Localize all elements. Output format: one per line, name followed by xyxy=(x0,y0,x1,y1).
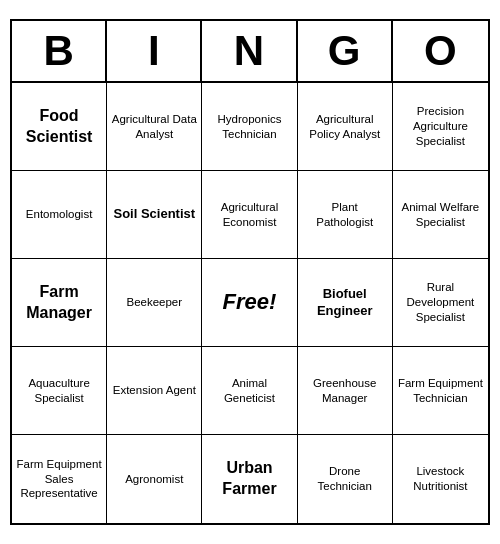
bingo-cell-21[interactable]: Agronomist xyxy=(107,435,202,523)
bingo-cell-24[interactable]: Livestock Nutritionist xyxy=(393,435,488,523)
bingo-cell-17[interactable]: Animal Geneticist xyxy=(202,347,297,435)
bingo-cell-6[interactable]: Soil Scientist xyxy=(107,171,202,259)
bingo-card: BINGO Food ScientistAgricultural Data An… xyxy=(10,19,490,525)
bingo-cell-9[interactable]: Animal Welfare Specialist xyxy=(393,171,488,259)
bingo-cell-12[interactable]: Free! xyxy=(202,259,297,347)
bingo-cell-8[interactable]: Plant Pathologist xyxy=(298,171,393,259)
bingo-cell-19[interactable]: Farm Equipment Technician xyxy=(393,347,488,435)
bingo-cell-23[interactable]: Drone Technician xyxy=(298,435,393,523)
bingo-cell-13[interactable]: Biofuel Engineer xyxy=(298,259,393,347)
bingo-cell-1[interactable]: Agricultural Data Analyst xyxy=(107,83,202,171)
bingo-cell-3[interactable]: Agricultural Policy Analyst xyxy=(298,83,393,171)
bingo-cell-16[interactable]: Extension Agent xyxy=(107,347,202,435)
bingo-letter-g: G xyxy=(298,21,393,81)
bingo-cell-4[interactable]: Precision Agriculture Specialist xyxy=(393,83,488,171)
bingo-letter-b: B xyxy=(12,21,107,81)
bingo-cell-20[interactable]: Farm Equipment Sales Representative xyxy=(12,435,107,523)
bingo-cell-15[interactable]: Aquaculture Specialist xyxy=(12,347,107,435)
bingo-cell-14[interactable]: Rural Development Specialist xyxy=(393,259,488,347)
bingo-cell-10[interactable]: Farm Manager xyxy=(12,259,107,347)
bingo-header: BINGO xyxy=(12,21,488,83)
bingo-letter-o: O xyxy=(393,21,488,81)
bingo-cell-5[interactable]: Entomologist xyxy=(12,171,107,259)
bingo-cell-22[interactable]: Urban Farmer xyxy=(202,435,297,523)
bingo-cell-0[interactable]: Food Scientist xyxy=(12,83,107,171)
bingo-cell-2[interactable]: Hydroponics Technician xyxy=(202,83,297,171)
bingo-cell-11[interactable]: Beekeeper xyxy=(107,259,202,347)
bingo-grid: Food ScientistAgricultural Data AnalystH… xyxy=(12,83,488,523)
bingo-letter-i: I xyxy=(107,21,202,81)
bingo-cell-7[interactable]: Agricultural Economist xyxy=(202,171,297,259)
bingo-letter-n: N xyxy=(202,21,297,81)
bingo-cell-18[interactable]: Greenhouse Manager xyxy=(298,347,393,435)
